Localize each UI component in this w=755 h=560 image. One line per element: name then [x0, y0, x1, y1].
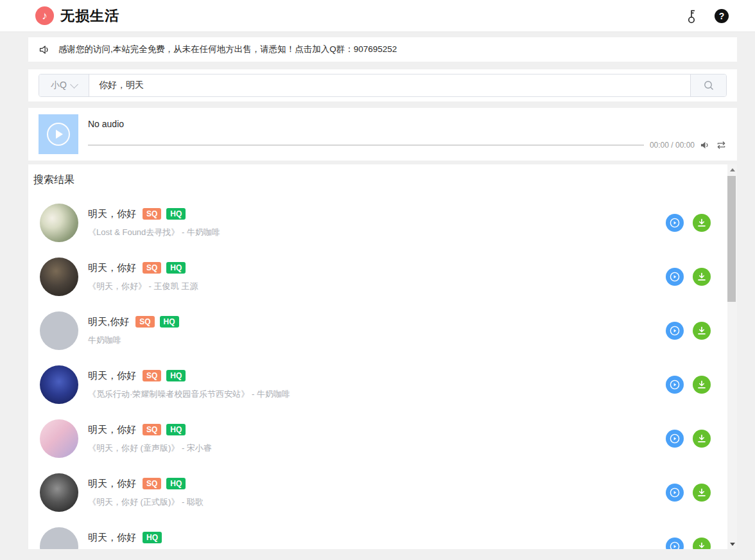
play-circle-icon — [669, 271, 681, 283]
quality-badge-hq: HQ — [166, 370, 186, 381]
row-actions — [666, 484, 711, 502]
play-circle-icon — [669, 433, 681, 444]
album-art-dark-musician-photo — [40, 258, 78, 296]
notice-bar: 感谢您的访问,本站完全免费，从未在任何地方出售，请悉知！点击加入Q群：90769… — [28, 37, 737, 62]
player-controls: 00:00 / 00:00 — [88, 141, 727, 150]
search-bar: 小Q — [28, 69, 737, 101]
result-row: 明天,你好 SQHQ 牛奶咖啡 — [28, 304, 737, 358]
page-title: 无损生活 — [60, 6, 119, 26]
scrollbar-thumb[interactable] — [727, 176, 736, 302]
quality-badge-hq: HQ — [160, 316, 179, 328]
download-icon — [697, 487, 707, 498]
song-title: 明天，你好 — [88, 424, 136, 436]
song-title: 明天,你好 — [88, 316, 129, 328]
song-info: 明天，你好 SQHQ 《Lost & Found去寻找》 - 牛奶咖啡 — [88, 208, 666, 238]
song-title-line: 明天，你好 SQHQ — [88, 478, 666, 490]
player-status: No audio — [88, 119, 727, 129]
chevron-down-icon — [70, 80, 78, 89]
download-button[interactable] — [693, 322, 711, 340]
app-header: ♪ 无损生活 ? — [0, 0, 755, 32]
play-button[interactable] — [666, 430, 684, 448]
play-circle-icon — [669, 217, 681, 229]
song-title-line: 明天，你好 SQHQ — [88, 208, 666, 220]
result-row: 明天，你好 SQHQ 《觅乐行动·荣耀制噪者校园音乐节西安站》 - 牛奶咖啡 — [28, 358, 737, 412]
play-button[interactable] — [666, 268, 684, 286]
play-button[interactable] — [666, 484, 684, 502]
download-button[interactable] — [693, 484, 711, 502]
download-button[interactable] — [693, 430, 711, 448]
download-button[interactable] — [693, 376, 711, 394]
quality-badge-sq: SQ — [143, 208, 161, 220]
download-icon — [697, 272, 707, 282]
song-title-line: 明天，你好 SQHQ — [88, 424, 666, 436]
download-button[interactable] — [693, 268, 711, 286]
results-heading: 搜索结果 — [33, 173, 737, 187]
row-actions — [666, 322, 711, 340]
magnifier-icon — [703, 80, 715, 91]
quality-badge-hq: HQ — [143, 532, 162, 543]
player-main: No audio 00:00 / 00:00 — [88, 108, 727, 161]
row-actions — [666, 268, 711, 286]
row-actions — [666, 538, 711, 549]
album-art-wedding-couple-photo — [40, 204, 78, 242]
song-info: 明天，你好 SQHQ 《明天，你好》 - 王俊凯 王源 — [88, 262, 666, 292]
quality-badges: SQHQ — [135, 316, 178, 328]
search-source-select[interactable]: 小Q — [39, 74, 89, 96]
song-subtitle: 《觅乐行动·荣耀制噪者校园音乐节西安站》 - 牛奶咖啡 — [88, 389, 666, 400]
play-button[interactable] — [666, 376, 684, 394]
download-icon — [697, 380, 707, 390]
quality-badges: SQHQ — [143, 424, 186, 435]
play-button[interactable] — [666, 214, 684, 232]
search-button[interactable] — [690, 74, 726, 96]
scrollbar[interactable] — [727, 164, 737, 549]
row-actions — [666, 376, 711, 394]
quality-badges: HQ — [143, 532, 162, 543]
help-icon[interactable]: ? — [715, 9, 729, 23]
song-title-line: 明天，你好 SQHQ — [88, 262, 666, 274]
play-button[interactable] — [666, 538, 684, 549]
song-title-line: 明天,你好 SQHQ — [88, 316, 666, 328]
scroll-up-arrow[interactable] — [727, 164, 737, 175]
album-art-gray-placeholder — [40, 311, 78, 350]
play-circle-icon — [669, 325, 681, 337]
volume-icon[interactable] — [700, 141, 710, 150]
download-icon — [697, 326, 707, 336]
search-input[interactable] — [89, 74, 690, 96]
scroll-down-arrow[interactable] — [727, 539, 737, 549]
song-title: 明天，你好 — [88, 370, 136, 382]
quality-badge-sq: SQ — [143, 478, 161, 489]
song-title: 明天，你好 — [88, 532, 136, 544]
download-icon — [697, 541, 707, 549]
download-icon — [697, 433, 707, 444]
progress-bar[interactable] — [88, 144, 644, 146]
search-group: 小Q — [39, 74, 727, 97]
quality-badge-hq: HQ — [166, 478, 186, 489]
song-info: 明天，你好 SQHQ 《觅乐行动·荣耀制噪者校园音乐节西安站》 - 牛奶咖啡 — [88, 370, 666, 400]
album-art-girl-pink-photo — [40, 419, 78, 458]
song-subtitle: 《Lost & Found去寻找》 - 牛奶咖啡 — [88, 227, 666, 238]
download-button[interactable] — [693, 214, 711, 232]
loop-icon[interactable] — [716, 141, 727, 150]
song-info: 明天，你好 SQHQ 《明天，你好 (童声版)》 - 宋小睿 — [88, 424, 666, 454]
result-row: 明天，你好 SQHQ 《明天，你好 (童声版)》 - 宋小睿 — [28, 412, 737, 466]
quality-badges: SQHQ — [143, 370, 186, 381]
key-icon[interactable] — [686, 8, 699, 24]
song-subtitle: 牛奶咖啡 — [88, 335, 666, 346]
play-button[interactable] — [666, 322, 684, 340]
result-row: 明天，你好 SQHQ 《明天，你好》 - 王俊凯 王源 — [28, 250, 737, 304]
row-actions — [666, 214, 711, 232]
time-label: 00:00 / 00:00 — [650, 141, 695, 150]
play-circle-icon — [669, 541, 681, 549]
quality-badges: SQHQ — [143, 262, 186, 274]
album-art-gray-placeholder — [40, 527, 78, 549]
player-cover[interactable] — [39, 114, 78, 154]
quality-badge-sq: SQ — [135, 316, 154, 328]
notice-text: 感谢您的访问,本站完全免费，从未在任何地方出售，请悉知！点击加入Q群：90769… — [58, 44, 397, 55]
quality-badge-sq: SQ — [143, 424, 161, 435]
song-title: 明天，你好 — [88, 208, 136, 220]
song-title: 明天，你好 — [88, 478, 136, 490]
download-button[interactable] — [693, 538, 711, 549]
album-art-blue-concert-poster — [40, 365, 78, 404]
audio-player: No audio 00:00 / 00:00 — [28, 108, 737, 161]
row-actions — [666, 430, 711, 448]
